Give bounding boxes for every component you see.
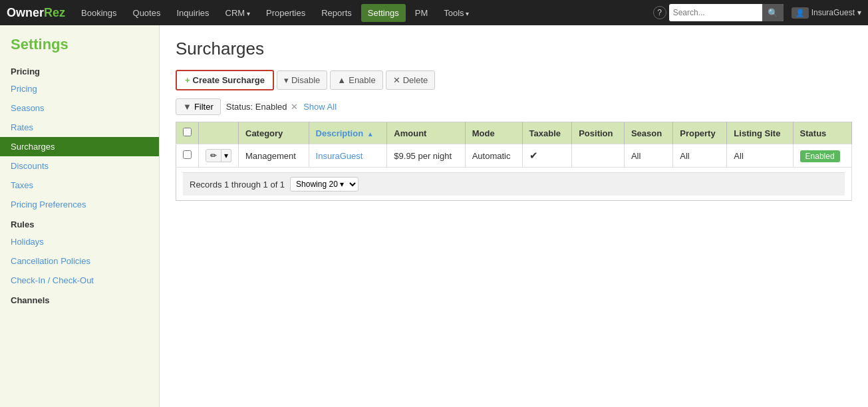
filter-bar: ▼ Filter Status: Enabled ✕ Show All <box>176 98 852 115</box>
col-header-mode[interactable]: Mode <box>465 122 522 144</box>
row-category: Management <box>239 144 309 168</box>
action-buttons: ✏ ▾ <box>206 149 231 162</box>
col-header-checkbox <box>176 122 199 144</box>
enable-arrow-icon: ▲ <box>337 75 346 85</box>
taxable-check-icon: ✔ <box>529 150 538 161</box>
sidebar-item-discounts[interactable]: Discounts <box>0 156 159 176</box>
row-position <box>572 144 625 168</box>
disable-arrow-icon: ▾ <box>284 75 289 85</box>
help-button[interactable]: ? <box>653 6 666 19</box>
col-header-listing-site[interactable]: Listing Site <box>727 122 793 144</box>
status-badge: Enabled <box>800 150 840 162</box>
nav-settings[interactable]: Settings <box>361 4 406 22</box>
table-header-row: Category Description ▲ Amount Mode Taxab… <box>176 122 852 144</box>
app-logo[interactable]: OwnerRez <box>7 6 65 20</box>
main-content: Surcharges +Create Surcharge ▾ Disable ▲… <box>160 25 868 407</box>
col-header-status[interactable]: Status <box>793 122 851 144</box>
sidebar: Settings Pricing Pricing Seasons Rates S… <box>0 25 160 407</box>
row-description: InsuraGuest <box>309 144 387 168</box>
nav-reports[interactable]: Reports <box>315 4 359 22</box>
row-property: All <box>673 144 727 168</box>
search-box: 🔍 <box>669 4 784 21</box>
sidebar-item-surcharges[interactable]: Surcharges <box>0 137 159 156</box>
row-actions-cell: ✏ ▾ <box>199 144 239 168</box>
col-header-actions <box>199 122 239 144</box>
page-title: Surcharges <box>176 39 852 59</box>
search-input[interactable] <box>669 8 762 17</box>
show-all-link[interactable]: Show All <box>303 102 337 112</box>
showing-select[interactable]: Showing 20 ▾ <box>290 177 359 192</box>
nav-pm[interactable]: PM <box>408 4 435 22</box>
records-text: Records 1 through 1 of 1 <box>190 180 285 190</box>
sidebar-title: Settings <box>0 25 159 61</box>
filter-icon: ▼ <box>183 102 192 112</box>
sidebar-item-checkin-checkout[interactable]: Check-In / Check-Out <box>0 271 159 290</box>
sidebar-item-holidays[interactable]: Holidays <box>0 232 159 251</box>
surcharges-table: Category Description ▲ Amount Mode Taxab… <box>176 122 852 201</box>
sidebar-item-seasons[interactable]: Seasons <box>0 98 159 118</box>
edit-dropdown-button[interactable]: ▾ <box>221 149 231 162</box>
plus-icon: + <box>185 75 190 85</box>
delete-x-icon: ✕ <box>393 75 400 85</box>
nav-crm[interactable]: CRM <box>219 4 257 22</box>
row-mode: Automatic <box>465 144 522 168</box>
sidebar-group-channels: Channels <box>0 290 159 308</box>
status-filter-badge: Status: Enabled ✕ <box>226 102 298 112</box>
nav-quotes[interactable]: Quotes <box>126 4 168 22</box>
col-header-category[interactable]: Category <box>239 122 309 144</box>
user-dropdown-arrow: ▾ <box>857 8 861 17</box>
nav-inquiries[interactable]: Inquiries <box>170 4 216 22</box>
search-button[interactable]: 🔍 <box>762 4 784 21</box>
toolbar: +Create Surcharge ▾ Disable ▲ Enable ✕ D… <box>176 70 852 90</box>
row-checkbox-cell <box>176 144 199 168</box>
page-layout: Settings Pricing Pricing Seasons Rates S… <box>0 25 868 407</box>
row-checkbox[interactable] <box>183 150 192 159</box>
sidebar-item-taxes[interactable]: Taxes <box>0 176 159 195</box>
sidebar-group-pricing: Pricing <box>0 61 159 79</box>
row-season: All <box>624 144 672 168</box>
row-listing-site: All <box>727 144 793 168</box>
row-amount: $9.95 per night <box>387 144 465 168</box>
sidebar-item-pricing[interactable]: Pricing <box>0 79 159 98</box>
edit-button[interactable]: ✏ <box>206 149 221 162</box>
disable-button[interactable]: ▾ Disable <box>277 70 327 90</box>
status-filter-clear[interactable]: ✕ <box>291 102 298 112</box>
records-info: Records 1 through 1 of 1 Showing 20 ▾ <box>183 172 845 196</box>
row-status: Enabled <box>793 144 851 168</box>
sidebar-item-pricing-preferences[interactable]: Pricing Preferences <box>0 195 159 214</box>
delete-button[interactable]: ✕ Delete <box>386 70 436 90</box>
sidebar-item-rates[interactable]: Rates <box>0 118 159 137</box>
records-row-container: Records 1 through 1 of 1 Showing 20 ▾ <box>176 168 852 201</box>
row-taxable: ✔ <box>522 144 572 168</box>
nav-tools[interactable]: Tools <box>437 4 476 22</box>
col-header-property[interactable]: Property <box>673 122 727 144</box>
col-header-description[interactable]: Description ▲ <box>309 122 387 144</box>
top-navigation: OwnerRez Bookings Quotes Inquiries CRM P… <box>0 0 868 25</box>
sort-arrow-icon: ▲ <box>367 130 374 138</box>
select-all-checkbox[interactable] <box>183 128 192 136</box>
filter-button[interactable]: ▼ Filter <box>176 98 221 115</box>
table-row: ✏ ▾ Management InsuraGuest $9.95 per nig… <box>176 144 852 168</box>
user-label: InsuraGuest <box>811 8 855 17</box>
sidebar-group-rules: Rules <box>0 214 159 232</box>
nav-properties[interactable]: Properties <box>259 4 312 22</box>
description-link[interactable]: InsuraGuest <box>316 151 363 161</box>
nav-bookings[interactable]: Bookings <box>74 4 123 22</box>
col-header-taxable[interactable]: Taxable <box>522 122 572 144</box>
user-menu[interactable]: 👤 InsuraGuest ▾ <box>792 7 861 19</box>
col-header-season[interactable]: Season <box>624 122 672 144</box>
col-header-position[interactable]: Position <box>572 122 625 144</box>
sidebar-item-cancellation-policies[interactable]: Cancellation Policies <box>0 251 159 271</box>
records-info-cell: Records 1 through 1 of 1 Showing 20 ▾ <box>176 168 852 201</box>
create-surcharge-button[interactable]: +Create Surcharge <box>176 70 274 90</box>
enable-button[interactable]: ▲ Enable <box>330 70 382 90</box>
user-icon: 👤 <box>792 7 809 19</box>
col-header-amount[interactable]: Amount <box>387 122 465 144</box>
